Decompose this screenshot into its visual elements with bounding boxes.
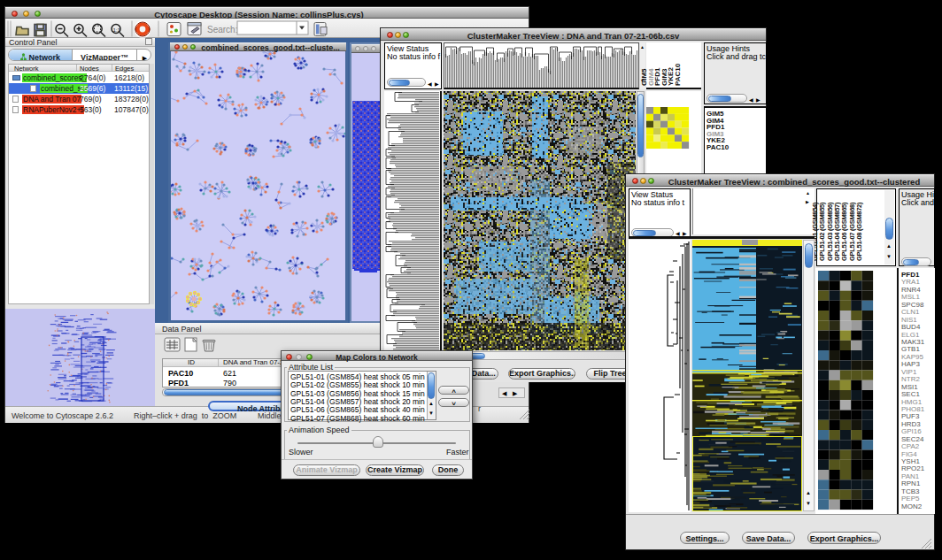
svg-text:1:1: 1:1 — [113, 27, 121, 33]
svg-text:Search:: Search: — [207, 25, 237, 35]
